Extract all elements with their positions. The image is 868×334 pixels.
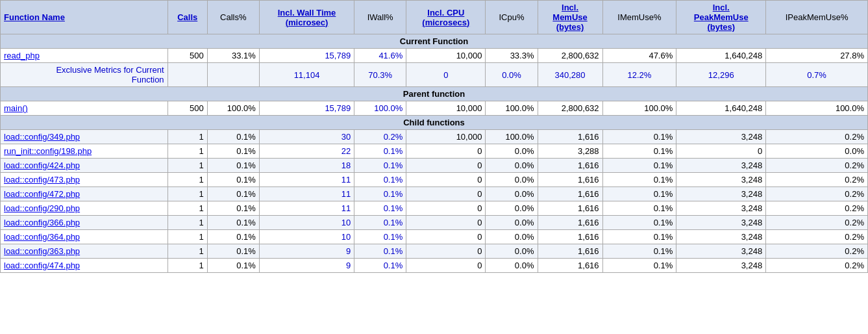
th-incl-cpu: Incl. CPU(microsecs) xyxy=(406,1,486,34)
exclusive-incl-cpu-cell: 0 xyxy=(406,63,486,87)
section-header-row: Child functions xyxy=(1,116,868,130)
incl-wall-time-link[interactable]: Incl. Wall Time(microsec) xyxy=(278,8,336,27)
function-name-link[interactable]: run_init::config/198.php xyxy=(4,146,92,156)
table-row: load::config/472.php10.1%110.1%00.0%1,61… xyxy=(1,187,868,201)
incl-memuse-cell: 1,616 xyxy=(538,259,602,273)
function-name-cell: load::config/290.php xyxy=(1,201,168,216)
function-name-link[interactable]: load::config/472.php xyxy=(4,189,80,199)
function-name-cell: load::config/472.php xyxy=(1,187,168,201)
incl-wall-cell: 18 xyxy=(259,159,354,173)
exclusive-iwall-pct-cell: 70.3% xyxy=(354,63,406,87)
incl-memuse-cell: 1,616 xyxy=(538,187,602,201)
incl-memuse-cell: 2,800,632 xyxy=(538,49,602,63)
incl-cpu-cell: 0 xyxy=(406,173,486,187)
main-container: Function Name Calls Calls% Incl. Wall Ti… xyxy=(0,0,868,273)
calls-cell: 1 xyxy=(167,201,207,216)
function-name-link[interactable]: load::config/424.php xyxy=(4,161,80,170)
function-name-link[interactable]: load::config/474.php xyxy=(4,261,80,270)
ipeakmemuse-pct-cell: 0.2% xyxy=(766,159,868,173)
incl-peak-memuse-link[interactable]: Incl.PeakMemUse(bytes) xyxy=(694,3,749,32)
iwall-pct-cell: 0.1% xyxy=(354,230,406,244)
ipeakmemuse-pct-cell: 0.2% xyxy=(766,173,868,187)
th-incl-wall-time: Incl. Wall Time(microsec) xyxy=(259,1,354,34)
icpu-pct-cell: 0.0% xyxy=(486,244,538,259)
incl-cpu-cell: 10,000 xyxy=(406,130,486,144)
ipeakmemuse-pct-cell: 27.8% xyxy=(766,49,868,63)
table-row: load::config/363.php10.1%90.1%00.0%1,616… xyxy=(1,244,868,259)
imemuse-pct-cell: 0.1% xyxy=(602,144,676,159)
incl-memuse-cell: 2,800,632 xyxy=(538,101,602,116)
function-name-link[interactable]: Function Name xyxy=(4,12,65,22)
header-row: Function Name Calls Calls% Incl. Wall Ti… xyxy=(1,1,868,34)
th-imemuse-pct: IMemUse% xyxy=(602,1,676,34)
iwall-pct-cell: 0.1% xyxy=(354,159,406,173)
icpu-pct-cell: 100.0% xyxy=(486,130,538,144)
incl-cpu-link[interactable]: Incl. CPU(microsecs) xyxy=(422,8,469,27)
function-name-link[interactable]: load::config/290.php xyxy=(4,203,80,213)
icpu-pct-cell: 0.0% xyxy=(486,259,538,273)
calls-cell: 500 xyxy=(167,49,207,63)
incl-peak-memuse-cell: 3,248 xyxy=(676,130,766,144)
th-function-name: Function Name xyxy=(1,1,168,34)
iwall-pct-cell: 41.6% xyxy=(354,49,406,63)
function-name-link[interactable]: load::config/366.php xyxy=(4,218,80,227)
exclusive-calls-pct-empty xyxy=(207,63,259,87)
calls-link[interactable]: Calls xyxy=(177,12,197,22)
icpu-pct-cell: 0.0% xyxy=(486,201,538,216)
section-header-label: Child functions xyxy=(1,116,868,130)
section-header-label: Current Function xyxy=(1,34,868,49)
incl-peak-memuse-cell: 3,248 xyxy=(676,259,766,273)
icpu-pct-cell: 33.3% xyxy=(486,49,538,63)
incl-cpu-cell: 0 xyxy=(406,244,486,259)
function-name-link[interactable]: load::config/364.php xyxy=(4,232,80,242)
ipeakmemuse-pct-cell: 0.2% xyxy=(766,216,868,230)
ipeakmemuse-pct-cell: 0.2% xyxy=(766,130,868,144)
icpu-pct-cell: 0.0% xyxy=(486,144,538,159)
th-ipeakmemuse-pct: IPeakMemUse% xyxy=(766,1,868,34)
calls-pct-cell: 100.0% xyxy=(207,101,259,116)
calls-cell: 1 xyxy=(167,259,207,273)
icpu-pct-cell: 0.0% xyxy=(486,216,538,230)
ipeakmemuse-pct-cell: 0.2% xyxy=(766,230,868,244)
incl-cpu-cell: 10,000 xyxy=(406,49,486,63)
imemuse-pct-cell: 0.1% xyxy=(602,173,676,187)
ipeakmemuse-pct-cell: 0.2% xyxy=(766,187,868,201)
incl-peak-memuse-cell: 3,248 xyxy=(676,159,766,173)
incl-cpu-cell: 0 xyxy=(406,216,486,230)
iwall-pct-cell: 0.1% xyxy=(354,216,406,230)
iwall-pct-cell: 0.1% xyxy=(354,173,406,187)
incl-peak-memuse-cell: 1,640,248 xyxy=(676,49,766,63)
exclusive-incl-memuse-cell: 340,280 xyxy=(538,63,602,87)
function-name-link[interactable]: load::config/473.php xyxy=(4,175,80,185)
function-name-link[interactable]: load::config/349.php xyxy=(4,132,80,142)
function-name-link[interactable]: read_php xyxy=(4,51,40,60)
iwall-pct-cell: 0.1% xyxy=(354,187,406,201)
iwall-pct-cell: 0.1% xyxy=(354,201,406,216)
function-name-cell: load::config/474.php xyxy=(1,259,168,273)
incl-memuse-link[interactable]: Incl.MemUse(bytes) xyxy=(552,3,587,32)
function-name-link[interactable]: main() xyxy=(4,103,28,113)
icpu-pct-cell: 0.0% xyxy=(486,173,538,187)
calls-pct-cell: 0.1% xyxy=(207,130,259,144)
calls-pct-cell: 0.1% xyxy=(207,159,259,173)
exclusive-ipeakmemuse-pct-cell: 0.7% xyxy=(766,63,868,87)
incl-wall-cell: 15,789 xyxy=(259,101,354,116)
incl-cpu-cell: 0 xyxy=(406,187,486,201)
exclusive-incl-peak-memuse-cell: 12,296 xyxy=(676,63,766,87)
incl-memuse-cell: 1,616 xyxy=(538,244,602,259)
incl-wall-cell: 10 xyxy=(259,216,354,230)
table-body: Current Functionread_php50033.1%15,78941… xyxy=(1,34,868,273)
incl-wall-cell: 30 xyxy=(259,130,354,144)
ipeakmemuse-pct-cell: 0.2% xyxy=(766,201,868,216)
function-name-link[interactable]: load::config/363.php xyxy=(4,246,80,256)
incl-memuse-cell: 1,616 xyxy=(538,230,602,244)
incl-cpu-cell: 0 xyxy=(406,259,486,273)
table-row: run_init::config/198.php10.1%220.1%00.0%… xyxy=(1,144,868,159)
exclusive-imemuse-pct-cell: 12.2% xyxy=(602,63,676,87)
calls-pct-cell: 0.1% xyxy=(207,244,259,259)
function-name-cell: load::config/349.php xyxy=(1,130,168,144)
table-row: load::config/424.php10.1%180.1%00.0%1,61… xyxy=(1,159,868,173)
iwall-pct-cell: 0.1% xyxy=(354,144,406,159)
incl-peak-memuse-cell: 3,248 xyxy=(676,230,766,244)
calls-cell: 1 xyxy=(167,187,207,201)
